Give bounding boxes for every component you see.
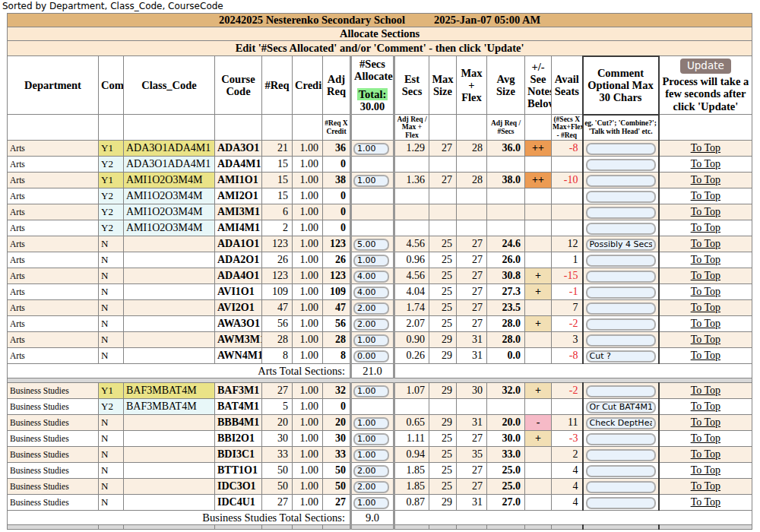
- max-flex-cell: 28: [457, 173, 487, 188]
- max-size-cell: [429, 204, 457, 220]
- comment-input[interactable]: [586, 271, 656, 283]
- to-top-link[interactable]: To Top: [691, 254, 720, 265]
- comb-cell: N: [99, 236, 124, 252]
- avail-seats-cell: 12: [552, 236, 583, 252]
- comment-input[interactable]: [586, 449, 656, 461]
- to-top-link[interactable]: To Top: [691, 174, 720, 185]
- comment-input[interactable]: [586, 385, 656, 397]
- to-top-link[interactable]: To Top: [691, 190, 720, 201]
- comment-input[interactable]: [586, 433, 656, 445]
- see-notes-flag: ++: [525, 141, 552, 157]
- title-bar: 20242025 Nesterenko Secondary School2025…: [8, 14, 752, 27]
- business-studies-total-row: Business Studies Total Sections: 9.0: [8, 511, 752, 525]
- see-notes-flag: [525, 252, 552, 268]
- see-notes-flag: ++: [525, 173, 552, 188]
- est-secs-cell: 1.85: [394, 463, 429, 479]
- secs-allocated-input[interactable]: [353, 302, 389, 315]
- req-cell: 109: [262, 284, 293, 300]
- comment-input[interactable]: [586, 207, 656, 219]
- max-size-cell: [429, 157, 457, 173]
- comment-input[interactable]: [586, 417, 656, 429]
- max-size-cell: 29: [429, 332, 457, 348]
- secs-allocated-input[interactable]: [353, 350, 389, 363]
- max-flex-cell: [457, 399, 487, 415]
- comment-input[interactable]: [586, 350, 656, 363]
- to-top-link[interactable]: To Top: [691, 238, 720, 249]
- to-top-cell: To Top: [659, 173, 752, 188]
- comment-input[interactable]: [586, 302, 656, 315]
- update-button[interactable]: Update: [680, 59, 731, 74]
- comment-input[interactable]: [586, 255, 656, 267]
- to-top-cell: To Top: [659, 204, 752, 220]
- comment-input[interactable]: [586, 239, 656, 251]
- secs-allocated-cell: [351, 188, 394, 204]
- adj-req-cell: 0: [323, 157, 351, 173]
- secs-allocated-input[interactable]: [353, 465, 389, 477]
- to-top-link[interactable]: To Top: [691, 270, 720, 281]
- secs-allocated-input[interactable]: [353, 255, 389, 267]
- comment-input[interactable]: [586, 223, 656, 235]
- course-row: Arts Y2 AMI1O2O3M4M AMI4M1 2 1.00 0 To T…: [8, 220, 752, 236]
- max-flex-cell: [457, 188, 487, 204]
- to-top-cell: To Top: [659, 188, 752, 204]
- secs-allocated-input[interactable]: [353, 239, 389, 251]
- comment-input[interactable]: [586, 191, 656, 203]
- comment-input[interactable]: [586, 401, 656, 413]
- secs-allocated-input[interactable]: [353, 318, 389, 331]
- sub-adj-req: #Req X Credit: [323, 115, 351, 141]
- to-top-link[interactable]: To Top: [691, 401, 720, 412]
- to-top-link[interactable]: To Top: [691, 286, 720, 297]
- comment-input[interactable]: [586, 334, 656, 347]
- secs-allocated-input[interactable]: [353, 175, 389, 187]
- comment-input[interactable]: [586, 497, 656, 509]
- to-top-link[interactable]: To Top: [691, 222, 720, 233]
- avail-seats-cell: 4: [552, 479, 583, 495]
- to-top-link[interactable]: To Top: [691, 448, 720, 460]
- to-top-link[interactable]: To Top: [691, 496, 720, 508]
- course-row: Business Studies N BTT1O1 50 1.00 50 1.8…: [8, 463, 752, 479]
- to-top-link[interactable]: To Top: [691, 350, 720, 361]
- to-top-link[interactable]: To Top: [691, 480, 720, 492]
- course-code-cell: BDI3C1: [215, 447, 262, 463]
- to-top-link[interactable]: To Top: [691, 158, 720, 169]
- to-top-link[interactable]: To Top: [691, 385, 720, 396]
- secs-allocated-input[interactable]: [353, 497, 389, 509]
- comment-input[interactable]: [586, 143, 656, 155]
- to-top-link[interactable]: To Top: [691, 432, 720, 444]
- to-top-link[interactable]: To Top: [691, 142, 720, 154]
- adj-req-cell: 32: [323, 383, 351, 399]
- to-top-link[interactable]: To Top: [691, 318, 720, 329]
- class-code-cell: [124, 268, 215, 284]
- secs-allocated-input[interactable]: [353, 449, 389, 461]
- to-top-link[interactable]: To Top: [691, 206, 720, 217]
- comment-input[interactable]: [586, 318, 656, 331]
- max-flex-cell: [457, 220, 487, 236]
- comment-input[interactable]: [586, 159, 656, 171]
- secs-allocated-input[interactable]: [353, 433, 389, 445]
- total-value: 30.00: [360, 100, 385, 112]
- secs-allocated-input[interactable]: [353, 481, 389, 493]
- comment-input[interactable]: [586, 465, 656, 477]
- comment-input[interactable]: [586, 287, 656, 299]
- secs-allocated-input[interactable]: [353, 417, 389, 429]
- to-top-link[interactable]: To Top: [691, 416, 720, 428]
- secs-allocated-input[interactable]: [353, 334, 389, 347]
- col-avg-size: Avg Size: [487, 56, 525, 115]
- secs-allocated-input[interactable]: [353, 287, 389, 299]
- comment-input[interactable]: [586, 481, 656, 493]
- comment-input[interactable]: [586, 175, 656, 187]
- department-cell: Arts: [8, 236, 99, 252]
- to-top-link[interactable]: To Top: [691, 334, 720, 345]
- secs-allocated-cell: [351, 431, 394, 447]
- sub-avg-size: Adj Req / #Secs: [487, 115, 525, 141]
- req-cell: 47: [262, 300, 293, 316]
- to-top-link[interactable]: To Top: [691, 302, 720, 313]
- secs-allocated-input[interactable]: [353, 143, 389, 155]
- max-flex-cell: 31: [457, 495, 487, 511]
- adj-req-cell: 36: [323, 141, 351, 157]
- secs-allocated-input[interactable]: [353, 385, 389, 397]
- department-cell: Business Studies: [8, 431, 99, 447]
- to-top-link[interactable]: To Top: [691, 464, 720, 476]
- secs-allocated-input[interactable]: [353, 271, 389, 283]
- instruction-bar: Edit '#Secs Allocated' and/or 'Comment' …: [8, 41, 752, 56]
